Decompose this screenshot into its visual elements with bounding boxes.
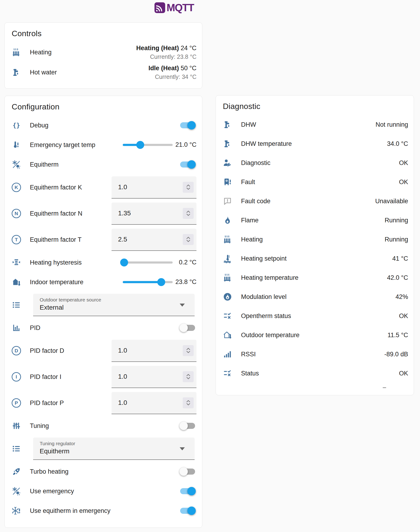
outdoor-temperature-source-select[interactable]: Outdoor temperature source External: [33, 294, 195, 316]
slider-value: 23.8 °C: [175, 278, 196, 286]
pid-factor-d-input[interactable]: [118, 347, 183, 354]
select-value: Equitherm: [40, 447, 178, 455]
equitherm-factor-t-input[interactable]: [118, 236, 183, 243]
diag-row-diagnostic[interactable]: Diagnostic OK: [216, 153, 414, 172]
diag-value: 42.0 °C: [387, 274, 408, 281]
config-label: Emergency target temp: [30, 141, 123, 149]
diag-value: 42%: [395, 293, 408, 300]
config-row-equitherm-factor-t: T Equitherm factor T: [5, 227, 202, 253]
alpha-p-circle-icon: P: [12, 398, 21, 408]
select-value: External: [40, 304, 178, 311]
pid-factor-i-input[interactable]: [118, 373, 183, 380]
number-stepper[interactable]: [183, 182, 194, 193]
diag-row-fault[interactable]: Fault OK: [216, 172, 414, 192]
list-status-icon: [223, 369, 232, 378]
water-boiler-alert-icon: [223, 177, 232, 187]
diag-row-fault-code[interactable]: Fault code Unavailable: [216, 192, 414, 211]
indoor-temperature-slider[interactable]: [123, 278, 173, 286]
config-row-turbo-heating: Turbo heating: [5, 462, 202, 481]
config-label: Turbo heating: [30, 468, 180, 475]
climate-state-heating[interactable]: Heating (Heat) 24 °C Currently: 23.8 °C: [136, 44, 196, 60]
pid-toggle[interactable]: [180, 325, 195, 331]
diag-value: 11.5 °C: [388, 332, 408, 339]
list-bulleted-icon: [12, 444, 21, 453]
diag-label: Heating: [241, 236, 385, 243]
pid-factor-p-input[interactable]: [118, 399, 183, 406]
config-row-equitherm-factor-k: K Equitherm factor K: [5, 174, 202, 200]
number-stepper[interactable]: [183, 208, 194, 219]
emergency-target-temp-slider[interactable]: [123, 141, 173, 149]
diag-row-dhw[interactable]: DHW Not running: [216, 115, 414, 134]
use-equitherm-in-emergency-toggle[interactable]: [180, 508, 195, 514]
equitherm-factor-n-input[interactable]: [118, 209, 183, 217]
equitherm-factor-k-field: [112, 177, 196, 199]
config-label: PID factor P: [30, 399, 112, 407]
tuning-toggle[interactable]: [180, 423, 195, 429]
tuning-regulator-select[interactable]: Tuning regulator Equitherm: [33, 438, 195, 460]
diag-row-modulation-level[interactable]: Modulation level 42%: [216, 287, 414, 306]
slider-rail: [123, 262, 173, 264]
diagnostic-card: Diagnostic DHW Not running DHW temperatu…: [216, 95, 414, 395]
config-label: Debug: [30, 121, 180, 129]
diag-row-status[interactable]: Status OK: [216, 364, 414, 383]
account-wrench-icon: [223, 158, 232, 167]
number-stepper[interactable]: [183, 234, 194, 245]
slider-fill: [123, 281, 161, 283]
debug-toggle[interactable]: [180, 122, 195, 128]
equitherm-factor-t-field: [112, 229, 196, 251]
climate-current-temp: Currently: 23.8 °C: [136, 53, 196, 60]
number-stepper[interactable]: [183, 345, 194, 356]
diag-value: OK: [399, 370, 408, 377]
rocket-launch-icon: [12, 467, 21, 476]
heating-hysteresis-slider[interactable]: [123, 258, 173, 267]
climate-current-temp: Currently: 34 °C: [148, 73, 196, 80]
alpha-k-circle-icon: K: [12, 183, 21, 192]
config-row-pid-factor-p: P PID factor P: [5, 390, 202, 416]
water-pump-icon: [223, 139, 232, 148]
signal-icon: [223, 350, 232, 359]
toggle-thumb: [187, 507, 196, 515]
diag-row-dhw-temperature[interactable]: DHW temperature 34.0 °C: [216, 134, 414, 153]
control-row-heating: Heating Heating (Heat) 24 °C Currently: …: [5, 42, 202, 62]
diag-label: Heating setpoint: [241, 255, 392, 262]
config-row-use-equitherm-in-emergency: Use equitherm in emergency: [5, 501, 202, 520]
config-row-emergency-target-temp: Emergency target temp 21.0 °C: [5, 135, 202, 155]
diag-row-heating-temperature[interactable]: Heating temperature 42.0 °C: [216, 268, 414, 287]
config-row-tuning-regulator: Tuning regulator Equitherm: [5, 436, 202, 462]
diag-label: DHW temperature: [241, 140, 387, 148]
diag-row-flame[interactable]: Flame Running: [216, 211, 414, 230]
climate-state-hot-water[interactable]: Idle (Heat) 50 °C Currently: 34 °C: [148, 64, 196, 80]
diag-label: Outdoor temperature: [241, 331, 388, 339]
equitherm-factor-k-input[interactable]: [118, 183, 183, 191]
diag-label: Heating temperature: [241, 274, 387, 281]
chevron-down-icon: [180, 447, 185, 450]
list-bulleted-icon: [12, 300, 21, 310]
config-row-equitherm: Equitherm: [5, 155, 202, 174]
number-stepper[interactable]: [183, 371, 194, 382]
diagnostic-title: Diagnostic: [223, 102, 407, 111]
diag-row-opentherm-status[interactable]: Opentherm status OK: [216, 306, 414, 325]
climate-target-temp: 24 °C: [179, 44, 196, 52]
diag-row-rssi[interactable]: RSSI -89.0 dB: [216, 345, 414, 364]
diag-row-heating-setpoint[interactable]: Heating setpoint 41 °C: [216, 249, 414, 268]
turbo-heating-toggle[interactable]: [180, 469, 195, 475]
control-label: Heating: [30, 48, 136, 56]
diag-row-heating[interactable]: Heating Running: [216, 230, 414, 249]
slider-thumb[interactable]: [120, 259, 128, 266]
control-label: Hot water: [30, 69, 148, 76]
controls-card: Controls Heating Heating (Heat) 24 °C Cu…: [4, 22, 202, 89]
slider-thumb[interactable]: [136, 141, 144, 149]
diag-row-outdoor-temperature[interactable]: Outdoor temperature 11.5 °C: [216, 325, 414, 345]
alpha-d-circle-icon: D: [12, 346, 21, 355]
toggle-thumb: [187, 121, 196, 130]
equitherm-toggle[interactable]: [180, 162, 195, 167]
number-stepper[interactable]: [183, 397, 194, 408]
alpha-n-circle-icon: N: [12, 209, 21, 218]
thermometer-water-icon: [223, 254, 232, 263]
config-label: Equitherm factor T: [30, 236, 112, 243]
use-emergency-toggle[interactable]: [180, 488, 195, 494]
slider-value: 21.0 °C: [175, 141, 196, 149]
tune-vertical-icon: [12, 421, 21, 430]
snowflake-alert-icon: [12, 506, 21, 516]
slider-thumb[interactable]: [157, 278, 165, 286]
